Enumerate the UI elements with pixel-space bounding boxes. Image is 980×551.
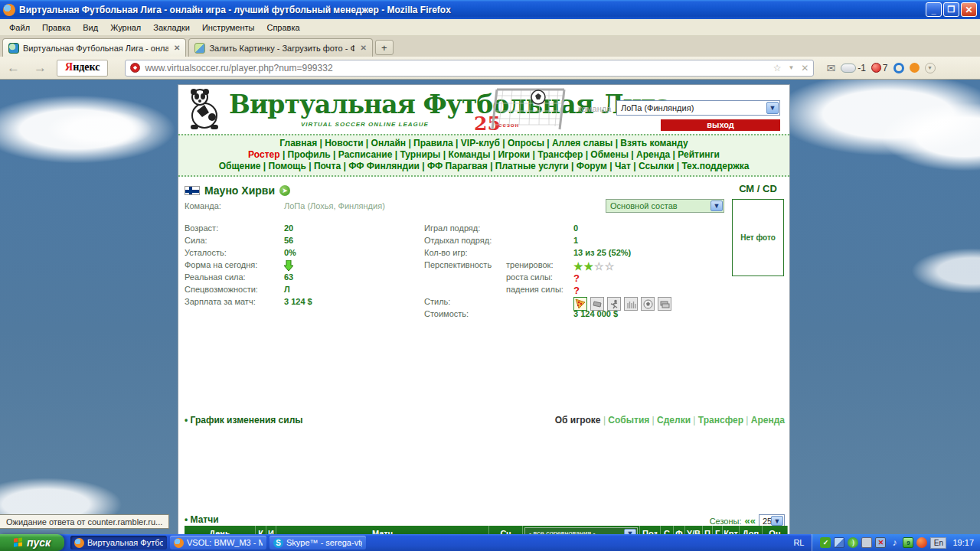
competition-filter-select[interactable]: - все соревнования -▼: [524, 527, 638, 534]
nav-link-Опросы[interactable]: Опросы: [508, 138, 544, 148]
removable-device-tray-icon[interactable]: [861, 537, 872, 548]
logout-button[interactable]: выход: [661, 119, 780, 131]
nav-link-Общение[interactable]: Общение: [219, 161, 261, 171]
nav-link-Чат[interactable]: Чат: [615, 161, 631, 171]
squad-select[interactable]: Основной состав ▼: [606, 199, 724, 213]
bookmark-star-icon[interactable]: ☆: [773, 63, 782, 73]
nav-link-ФФ Парагвая[interactable]: ФФ Парагвая: [427, 161, 488, 171]
nav-link-ФФ Финляндии[interactable]: ФФ Финляндии: [348, 161, 420, 171]
nav-link-Помощь[interactable]: Помощь: [269, 161, 306, 171]
stat-row: Играл подряд:0: [178, 223, 785, 236]
minimize-button[interactable]: _: [926, 2, 942, 17]
stat-row: Отдыхал подряд:1: [178, 236, 785, 248]
menu-Вид[interactable]: Вид: [77, 21, 104, 34]
volume-tray-icon[interactable]: ♪: [889, 537, 900, 548]
network-error-tray-icon[interactable]: ✕: [875, 537, 886, 548]
new-tab-button[interactable]: +: [375, 40, 394, 55]
nav-link-Онлайн[interactable]: Онлайн: [371, 138, 407, 148]
close-button[interactable]: ✕: [961, 2, 977, 17]
taskbar-task-button[interactable]: Виртуальная Футбо...: [70, 536, 167, 549]
player-tab-Трансфер[interactable]: Трансфер: [698, 415, 743, 425]
tab-separator: |: [743, 415, 751, 425]
yandex-button[interactable]: Яндекс: [57, 60, 108, 77]
nav-link-Аллея славы[interactable]: Аллея славы: [552, 138, 612, 148]
notification-icon[interactable]: [871, 63, 881, 73]
menu-Справка[interactable]: Справка: [260, 21, 305, 34]
nav-link-Трансфер[interactable]: Трансфер: [537, 149, 583, 160]
nav-link-VIP-клуб[interactable]: VIP-клуб: [461, 138, 500, 148]
menu-Журнал[interactable]: Журнал: [104, 21, 147, 34]
nav-link-Расписание[interactable]: Расписание: [338, 149, 393, 160]
taskbar-task-button[interactable]: SSkype™ - serega-vtg: [270, 536, 366, 549]
nav-link-Профиль[interactable]: Профиль: [288, 149, 331, 160]
forward-button[interactable]: →: [27, 60, 54, 76]
network-tray-icon[interactable]: [834, 537, 844, 548]
column-header-С: С: [661, 526, 674, 534]
menu-Файл[interactable]: Файл: [3, 21, 36, 34]
nav-link-Правила[interactable]: Правила: [413, 138, 453, 148]
stop-icon[interactable]: ✕: [801, 63, 808, 73]
star-filled-icon: ★★: [573, 260, 594, 272]
mail-icon[interactable]: ✉: [826, 62, 835, 74]
tab-close-icon[interactable]: ✕: [360, 44, 366, 52]
back-button[interactable]: ←: [0, 60, 27, 76]
nav-separator: |: [674, 161, 681, 171]
addon-swirl-icon[interactable]: [893, 63, 904, 73]
team-link[interactable]: ЛоПа (Лохья, Финляндия): [284, 201, 385, 210]
nav-link-Аренда[interactable]: Аренда: [636, 149, 670, 160]
menu-Закладки[interactable]: Закладки: [147, 21, 196, 34]
site-header: Виртуальная Футбольная Лига VIRTUAL SOCC…: [178, 85, 789, 132]
player-tab-Сделки[interactable]: Сделки: [657, 415, 691, 425]
start-button[interactable]: пуск: [0, 534, 64, 551]
nav-separator: |: [331, 149, 338, 160]
nav-link-Тех.поддержка[interactable]: Тех.поддержка: [681, 161, 749, 171]
tab-close-icon[interactable]: ✕: [174, 44, 180, 52]
nav-link-Рейтинги[interactable]: Рейтинги: [678, 149, 720, 160]
nav-link-Новости[interactable]: Новости: [325, 138, 363, 148]
dropdown-arrow-icon[interactable]: ▼: [766, 102, 779, 114]
menu-Правка[interactable]: Правка: [36, 21, 77, 34]
restore-button[interactable]: ❐: [943, 2, 959, 17]
opera-tray-icon[interactable]: [916, 537, 927, 548]
nav-link-Главная[interactable]: Главная: [279, 138, 317, 148]
nav-link-Почта[interactable]: Почта: [314, 161, 341, 171]
nav-link-Форум[interactable]: Форум: [577, 161, 607, 171]
language-indicator-left[interactable]: RL: [793, 538, 804, 547]
url-dropdown-icon[interactable]: ▼: [788, 64, 794, 71]
question-icon: ?: [573, 285, 580, 296]
url-bar[interactable]: www.virtualsoccer.ru/player.php?num=9993…: [125, 60, 814, 77]
competition-filter-select[interactable]: - все соревнования -▼: [523, 526, 640, 534]
wireless-tray-icon[interactable]: ): [848, 537, 858, 548]
dropdown-arrow-icon[interactable]: ▼: [710, 201, 723, 211]
odnoklassniki-icon[interactable]: [910, 63, 920, 73]
dropdown-arrow-icon[interactable]: ▼: [624, 529, 636, 534]
nav-link-Ростер[interactable]: Ростер: [248, 149, 279, 160]
browser-tab[interactable]: Виртуальная Футбольная Лига - онлай...✕: [2, 38, 186, 57]
menu-Инструменты[interactable]: Инструменты: [196, 21, 261, 34]
dropdown-arrow-icon[interactable]: ▼: [771, 516, 783, 526]
chevron-down-icon[interactable]: ▾: [925, 63, 936, 73]
player-tab-События[interactable]: События: [608, 415, 649, 425]
seasons-back-icon[interactable]: ««: [745, 515, 756, 527]
player-tab-Об игроке[interactable]: Об игроке: [555, 415, 601, 425]
signal-tray-icon[interactable]: 9: [903, 537, 913, 548]
nav-link-Обмены[interactable]: Обмены: [590, 149, 629, 160]
taskbar-task-button[interactable]: VSOL: BMW_M3 - Mo...: [170, 536, 266, 549]
strength-graph-link[interactable]: График изменения силы: [191, 415, 303, 425]
weather-icon[interactable]: [841, 64, 856, 73]
nav-link-Турниры[interactable]: Турниры: [400, 149, 440, 160]
nav-link-Команды[interactable]: Команды: [448, 149, 490, 160]
nav-link-Ссылки[interactable]: Ссылки: [639, 161, 674, 171]
nav-link-Взять команду[interactable]: Взять команду: [620, 138, 688, 148]
column-header-Г: Г: [713, 526, 723, 534]
url-text[interactable]: www.virtualsoccer.ru/player.php?num=9993…: [145, 63, 773, 73]
nav-link-Игроки[interactable]: Игроки: [498, 149, 530, 160]
language-indicator[interactable]: En: [930, 537, 946, 549]
nav-link-Платные услуги[interactable]: Платные услуги: [495, 161, 569, 171]
match-table-header: ДеньКИМатчСч- все соревнования -▼ПозСФУ/…: [185, 526, 788, 534]
player-link-icon[interactable]: ➤: [279, 185, 290, 196]
antivirus-tray-icon[interactable]: ✓: [820, 537, 831, 548]
team-select[interactable]: ЛоПа (Финляндия) ▼: [616, 100, 780, 116]
player-tab-Аренда[interactable]: Аренда: [751, 415, 785, 425]
browser-tab[interactable]: Залить Картинку - Загрузить фото - Ф...✕: [188, 38, 372, 57]
